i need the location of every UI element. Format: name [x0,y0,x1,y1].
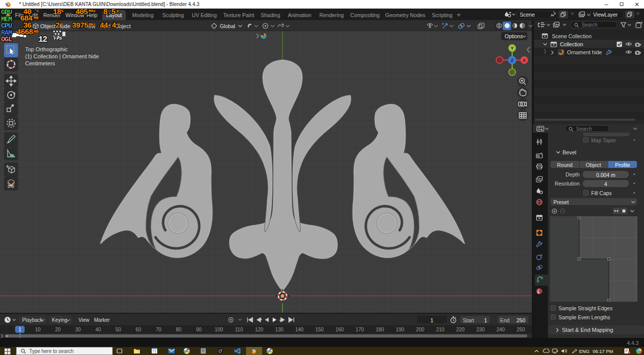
svg-text:X: X [523,58,526,63]
svg-text:Y: Y [511,46,514,51]
svg-text:Z: Z [511,57,514,63]
